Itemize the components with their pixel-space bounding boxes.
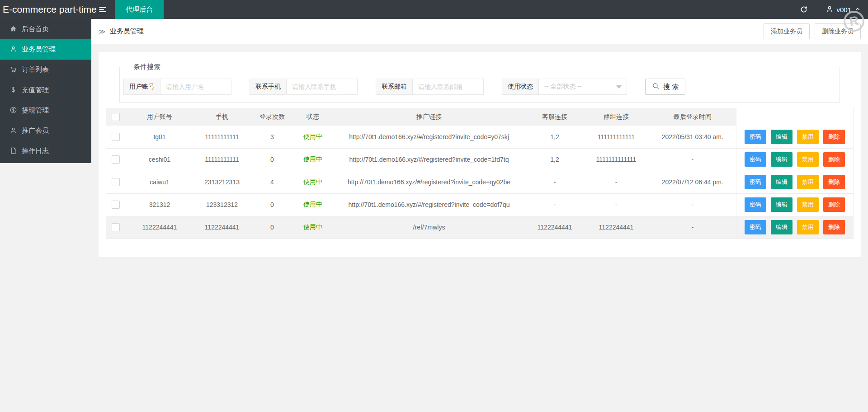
cell-last-login: 2022/05/31 03:40 am. [649,126,736,148]
cell-promo-link: /ref/7mwlys [332,216,526,239]
disable-button[interactable]: 禁用 [797,152,819,167]
phone-input[interactable] [286,79,358,95]
sidebar-item-dashboard[interactable]: 后台首页 [0,19,91,39]
disable-button[interactable]: 禁用 [797,197,819,212]
table-row: ceshi01 11111111111 0 使用中 http://70t1.de… [106,148,854,171]
search-panel: 条件搜索 用户账号 联系手机 联系邮箱 [119,63,840,103]
table-header-row: 用户账号 手机 登录次数 状态 推广链接 客服连接 群组连接 最后登录时间 [106,108,854,126]
cell-status: 使用中 [294,193,332,216]
edit-button[interactable]: 编辑 [771,197,793,212]
cell-service-link: - [526,193,583,216]
disable-button[interactable]: 禁用 [797,130,819,144]
row-checkbox[interactable] [112,223,120,231]
cell-last-login: - [649,148,736,171]
cell-promo-link: http://70t1.demo166.xyz/#/registered?inv… [332,148,526,171]
cell-login-count: 4 [250,171,294,193]
sidebar-item-promo-members[interactable]: 推广会员 [0,121,91,141]
sidebar-item-label: 提现管理 [22,106,49,115]
chevron-down-icon [616,85,622,89]
sidebar-item-recharge[interactable]: 充值管理 [0,80,91,100]
cell-phone: 11111111111 [193,126,250,148]
password-button[interactable]: 密码 [745,130,766,144]
delete-button[interactable]: 删除 [823,220,845,234]
delete-button[interactable]: 删除 [823,175,845,189]
row-checkbox[interactable] [112,201,120,209]
sidebar-item-withdraw[interactable]: 提现管理 [0,100,91,121]
cell-actions: 密码编辑禁用删除 [736,171,854,193]
delete-button[interactable]: 删除 [823,130,845,144]
col-header-phone: 手机 [193,108,250,126]
account-field-label: 用户账号 [123,79,160,95]
account-input[interactable] [160,79,231,95]
password-button[interactable]: 密码 [745,175,766,189]
cell-service-link: 1122244441 [526,216,583,239]
status-field-group: 使用状态 -- 全部状态 -- [502,79,627,95]
add-salesman-button[interactable]: 添加业务员 [764,23,810,39]
row-checkbox[interactable] [112,133,120,141]
app-logo: E-commerce part-time [0,4,91,15]
sidebar-item-orders[interactable]: 订单列表 [0,60,91,80]
tab-agent-admin[interactable]: 代理后台 [115,0,164,19]
cell-status: 使用中 [294,126,332,148]
edit-button[interactable]: 编辑 [771,130,793,144]
user-icon [10,127,17,135]
password-button[interactable]: 密码 [745,152,766,167]
delete-button[interactable]: 删除 [823,197,845,212]
search-button[interactable]: 搜 索 [645,79,685,95]
cell-service-link: 1,2 [526,126,583,148]
password-button[interactable]: 密码 [745,220,766,234]
col-header-group: 群组连接 [583,108,649,126]
breadcrumb: ≫ 业务员管理 [99,27,144,36]
sidebar-item-salesman[interactable]: 业务员管理 [0,39,91,60]
edit-button[interactable]: 编辑 [771,175,793,189]
sidebar-item-label: 推广会员 [22,126,49,135]
table-row: 321312 123312312 0 使用中 http://70t1.demo1… [106,193,854,216]
edit-button[interactable]: 编辑 [771,220,793,234]
cell-phone: 11111111111 [193,148,250,171]
cell-login-count: 0 [250,216,294,239]
cell-promo-link: http://70t1.demo166.xyz/#/registered?inv… [332,193,526,216]
select-all-checkbox[interactable] [112,113,120,121]
email-field-label: 联系邮箱 [376,79,413,95]
col-header-actions [736,108,854,126]
password-button[interactable]: 密码 [745,197,766,212]
search-icon [652,82,660,91]
disable-button[interactable]: 禁用 [797,175,819,189]
home-icon [10,25,17,33]
cell-account: caiwu1 [126,171,193,193]
phone-field-label: 联系手机 [250,79,287,95]
cell-group-link: - [583,171,649,193]
cell-promo-link: http://70t1.demo166.xyz/#/registered?inv… [332,171,526,193]
status-select[interactable]: -- 全部状态 -- [538,79,627,95]
cell-status: 使用中 [294,216,332,239]
sidebar-item-label: 后台首页 [22,25,49,33]
email-input[interactable] [412,79,484,95]
content-card: 条件搜索 用户账号 联系手机 联系邮箱 [99,52,861,257]
row-checkbox[interactable] [112,155,120,164]
phone-field-group: 联系手机 [250,79,358,95]
sidebar-item-logs[interactable]: 操作日志 [0,141,91,161]
refresh-icon[interactable] [791,0,817,19]
email-field-group: 联系邮箱 [376,79,484,95]
cell-actions: 密码编辑禁用删除 [736,193,854,216]
cell-account: 321312 [126,193,193,216]
account-field-group: 用户账号 [123,79,231,95]
cell-group-link: 1111111111111 [583,148,649,171]
col-header-service: 客服连接 [526,108,583,126]
cell-promo-link: http://70t1.demo166.xyz/#/registered?inv… [332,126,526,148]
menu-toggle-icon[interactable] [97,0,108,19]
row-checkbox[interactable] [112,178,120,186]
disable-button[interactable]: 禁用 [797,220,819,234]
delete-button[interactable]: 删除 [823,152,845,167]
cell-account: 1122244441 [126,216,193,239]
cell-last-login: - [649,216,736,239]
top-header: E-commerce part-time 代理后台 v001 [0,0,868,19]
sidebar: 后台首页 业务员管理 订单列表 充值管理 提现管理 推广会员 操作日志 [0,19,91,163]
cart-icon [10,66,17,74]
sidebar-item-label: 操作日志 [22,147,49,155]
cell-last-login: - [649,193,736,216]
sidebar-item-label: 业务员管理 [22,45,56,54]
cell-actions: 密码编辑禁用删除 [736,216,854,239]
edit-button[interactable]: 编辑 [771,152,793,167]
cell-group-link: - [583,193,649,216]
